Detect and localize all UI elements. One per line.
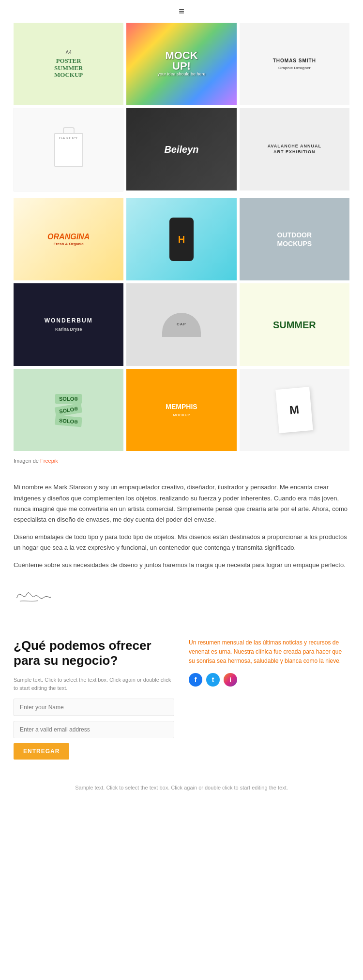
signature-svg	[14, 583, 52, 607]
m-card-shape: M	[276, 387, 314, 433]
gallery-item-card[interactable]: THOMAS SMITH Graphic Designer	[240, 23, 349, 105]
menu-icon[interactable]: ≡	[179, 6, 184, 17]
attribution: Imagen de Freepik	[0, 454, 363, 468]
memphis-sub: MOCKUP	[173, 413, 190, 418]
cap-shape: CAP	[162, 313, 201, 337]
navigation: ≡	[0, 0, 363, 23]
twitter-icon[interactable]: t	[206, 673, 220, 687]
gallery-section: A4 POSTERSUMMERMOCKUP MOCKUP! your idea …	[0, 23, 363, 451]
gallery-item-summer[interactable]: SUMMER	[240, 283, 349, 366]
offer-section: ¿Qué podemos ofrecer para su negocio? Sa…	[0, 624, 363, 774]
gallery-item-poster[interactable]: A4 POSTERSUMMERMOCKUP	[14, 23, 123, 105]
gallery-row-5: SOLO® SOLO® SOLO® MEMPHIS MOCKUP M	[14, 369, 349, 451]
gallery-item-memphis[interactable]: MEMPHIS MOCKUP	[126, 369, 236, 451]
solo-card-3: SOLO®	[55, 415, 82, 427]
sign-text: Beileyn	[164, 143, 198, 156]
exhibition-text: AVALANCHE ANNUALART EXHIBITION	[264, 140, 325, 159]
about-paragraph-2: Diseño embalajes de todo tipo y para tod…	[14, 532, 349, 553]
gallery-item-solo[interactable]: SOLO® SOLO® SOLO®	[14, 369, 123, 451]
gallery-item-sign[interactable]: Beileyn	[126, 108, 236, 191]
social-icons: f t i	[189, 673, 349, 687]
solo-card-1: SOLO®	[55, 394, 82, 404]
instagram-icon[interactable]: i	[224, 673, 237, 687]
attribution-prefix: Imagen de	[14, 458, 40, 464]
name-input[interactable]	[14, 699, 174, 716]
gallery-row-3: ORANGINA Fresh & Organic H OUTDOORMOCKUP…	[14, 198, 349, 280]
offer-left: ¿Qué podemos ofrecer para su negocio? Sa…	[14, 638, 174, 760]
poster-text: POSTERSUMMERMOCKUP	[54, 58, 83, 78]
outdoor-text: OUTDOORMOCKUPS	[277, 231, 312, 248]
poster-a4-label: A4	[66, 49, 72, 56]
card-title: Graphic Designer	[278, 66, 311, 71]
gallery-item-outdoor[interactable]: OUTDOORMOCKUPS	[240, 198, 349, 280]
gallery-item-wonderbum[interactable]: WONDERBUM Karina Dryse	[14, 283, 123, 366]
gallery-item-bag[interactable]: BAKERY	[14, 108, 123, 191]
orangina-sub: Fresh & Organic	[54, 242, 84, 247]
gallery-row-4: WONDERBUM Karina Dryse CAP SUMMER	[14, 283, 349, 366]
facebook-icon[interactable]: f	[189, 673, 202, 687]
submit-button[interactable]: ENTREGAR	[14, 743, 69, 760]
gallery-row-2: BAKERY Beileyn AVALANCHE ANNUALART EXHIB…	[14, 108, 349, 191]
wonderbum-name: WONDERBUM	[45, 317, 93, 325]
about-section: Mi nombre es Mark Stanson y soy un empaq…	[0, 468, 363, 624]
footer: Sample text. Click to select the text bo…	[0, 774, 363, 806]
phone-shape: H	[169, 218, 194, 261]
wonderbum-sub: Karina Dryse	[55, 327, 82, 333]
bag-shape: BAKERY	[54, 133, 83, 167]
memphis-name: MEMPHIS	[166, 402, 197, 411]
summer-text: SUMMER	[273, 320, 316, 330]
orangina-brand: ORANGINA	[47, 232, 90, 242]
offer-heading: ¿Qué podemos ofrecer para su negocio?	[14, 638, 174, 668]
offer-right: Un resumen mensual de las últimas notici…	[189, 638, 349, 760]
gallery-item-billboard[interactable]: MOCKUP! your idea should be here	[126, 23, 236, 105]
gallery-item-cap[interactable]: CAP	[126, 283, 236, 366]
gallery-item-phone[interactable]: H	[126, 198, 236, 280]
offer-grid: ¿Qué podemos ofrecer para su negocio? Sa…	[14, 638, 349, 760]
billboard-text: MOCKUP!	[165, 50, 197, 72]
billboard-sub: your idea should be here	[157, 72, 205, 77]
card-name: THOMAS SMITH	[273, 58, 316, 64]
attribution-link[interactable]: Freepik	[40, 458, 58, 464]
about-paragraph-3: Cuénteme sobre sus necesidades de diseño…	[14, 560, 349, 570]
email-input[interactable]	[14, 721, 174, 738]
gallery-item-mcard[interactable]: M	[240, 369, 349, 451]
gallery-item-orangina[interactable]: ORANGINA Fresh & Organic	[14, 198, 123, 280]
offer-sample-text: Sample text. Click to select the text bo…	[14, 676, 174, 692]
gallery-row-1: A4 POSTERSUMMERMOCKUP MOCKUP! your idea …	[14, 23, 349, 105]
gallery-item-exhibition[interactable]: AVALANCHE ANNUALART EXHIBITION	[240, 108, 349, 191]
about-paragraph-1: Mi nombre es Mark Stanson y soy un empaq…	[14, 482, 349, 525]
footer-text: Sample text. Click to select the text bo…	[14, 784, 349, 792]
offer-right-text: Un resumen mensual de las últimas notici…	[189, 638, 349, 666]
signature-area	[14, 580, 349, 609]
